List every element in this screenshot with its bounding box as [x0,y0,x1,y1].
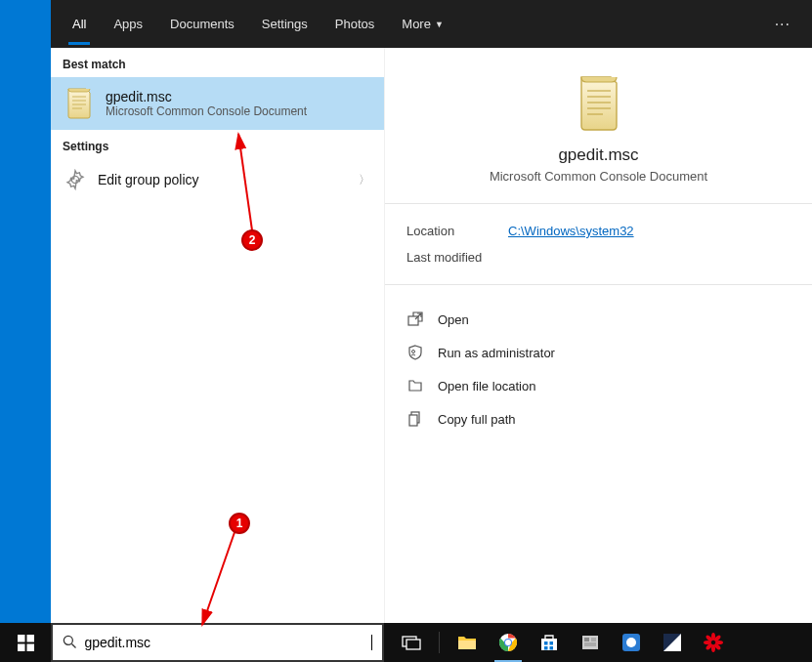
svg-line-47 [202,516,240,625]
annotation-overlay [0,0,812,662]
svg-line-46 [238,134,252,230]
